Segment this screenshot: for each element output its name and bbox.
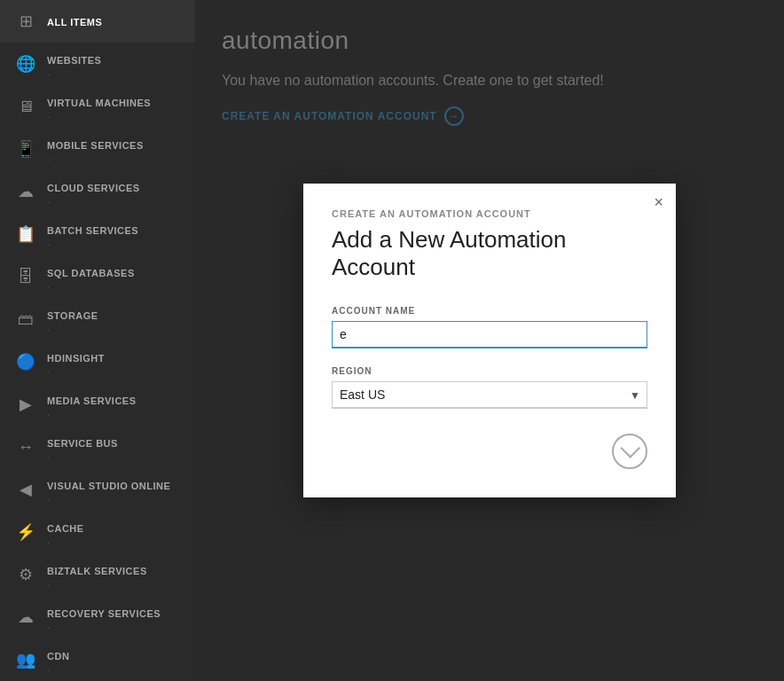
cdn-icon: 👥 — [13, 647, 38, 672]
recovery-services-icon: ☁ — [13, 605, 38, 630]
account-name-input[interactable] — [332, 321, 647, 348]
websites-icon: 🌐 — [13, 51, 38, 76]
sidebar-item-all-items[interactable]: ⊞ALL ITEMS — [0, 0, 195, 43]
hdinsight-icon: 🔵 — [13, 349, 38, 374]
region-select-wrapper: East USWest USNorth EuropeWest EuropeSou… — [332, 381, 647, 409]
sidebar-count-storage: . — [47, 323, 98, 333]
modal-footer — [332, 434, 647, 469]
region-select[interactable]: East USWest USNorth EuropeWest EuropeSou… — [332, 381, 647, 409]
sidebar-count-virtual-machines: . — [47, 110, 151, 120]
sidebar-label-cache: CACHE — [47, 523, 84, 534]
sidebar-item-mobile-services[interactable]: 📱MOBILE SERVICES. — [0, 128, 195, 170]
biztalk-services-icon: ⚙ — [13, 562, 38, 587]
sidebar-count-cdn: . — [47, 663, 69, 673]
sidebar-count-visual-studio-online: . — [47, 493, 170, 503]
all-items-icon: ⊞ — [13, 9, 38, 34]
sidebar-label-recovery-services: RECOVERY SERVICES — [47, 608, 161, 619]
sidebar-count-media-services: . — [47, 408, 137, 418]
sidebar-label-storage: STORAGE — [47, 310, 98, 321]
virtual-machines-icon: 🖥 — [13, 94, 38, 119]
sidebar-label-mobile-services: MOBILE SERVICES — [47, 140, 144, 151]
sidebar-label-service-bus: SERVICE BUS — [47, 438, 118, 449]
sidebar-item-media-services[interactable]: ▶MEDIA SERVICES. — [0, 383, 195, 426]
sidebar-count-cloud-services: . — [47, 195, 140, 205]
sidebar-count-recovery-services: . — [47, 621, 161, 630]
cloud-services-icon: ☁ — [13, 179, 38, 204]
region-label: REGION — [332, 366, 647, 376]
batch-services-icon: 📋 — [13, 222, 38, 247]
sidebar-label-websites: WEBSITES — [47, 55, 101, 66]
modal-title: Add a New Automation Account — [332, 226, 647, 281]
sidebar-item-recovery-services[interactable]: ☁RECOVERY SERVICES. — [0, 596, 195, 638]
mobile-services-icon: 📱 — [13, 137, 38, 161]
sidebar: ⊞ALL ITEMS🌐WEBSITES.🖥VIRTUAL MACHINES.📱M… — [0, 0, 195, 681]
sidebar-count-biztalk-services: . — [47, 578, 147, 588]
sidebar-item-batch-services[interactable]: 📋BATCH SERVICES. — [0, 213, 195, 255]
create-automation-modal: × CREATE AN AUTOMATION ACCOUNT Add a New… — [303, 184, 676, 497]
sidebar-label-cloud-services: CLOUD SERVICES — [47, 183, 140, 193]
region-group: REGION East USWest USNorth EuropeWest Eu… — [332, 366, 647, 409]
sidebar-item-visual-studio-online[interactable]: ◀VISUAL STUDIO ONLINE. — [0, 468, 195, 511]
sidebar-label-cdn: CDN — [47, 651, 69, 661]
media-services-icon: ▶ — [13, 392, 38, 417]
main-content: automation You have no automation accoun… — [195, 0, 784, 681]
sidebar-count-websites: . — [47, 67, 101, 77]
modal-overlay: × CREATE AN AUTOMATION ACCOUNT Add a New… — [195, 0, 784, 681]
checkmark-icon — [620, 438, 640, 458]
sql-databases-icon: 🗄 — [13, 264, 38, 289]
account-name-group: ACCOUNT NAME — [332, 306, 647, 348]
visual-studio-online-icon: ◀ — [13, 477, 38, 502]
service-bus-icon: ↔ — [13, 434, 38, 459]
sidebar-label-all-items: ALL ITEMS — [47, 17, 102, 27]
sidebar-label-hdinsight: HDINSIGHT — [47, 353, 105, 364]
sidebar-item-websites[interactable]: 🌐WEBSITES. — [0, 43, 195, 85]
sidebar-label-sql-databases: SQL DATABASES — [47, 268, 135, 278]
sidebar-count-hdinsight: . — [47, 365, 105, 375]
sidebar-count-mobile-services: . — [47, 153, 144, 162]
sidebar-item-virtual-machines[interactable]: 🖥VIRTUAL MACHINES. — [0, 85, 195, 128]
modal-close-button[interactable]: × — [654, 194, 663, 210]
submit-button[interactable] — [612, 434, 647, 469]
sidebar-label-biztalk-services: BIZTALK SERVICES — [47, 566, 147, 576]
sidebar-count-service-bus: . — [47, 450, 118, 460]
sidebar-count-batch-services: . — [47, 238, 138, 247]
storage-icon: 🗃 — [13, 307, 38, 332]
account-name-label: ACCOUNT NAME — [332, 306, 647, 316]
sidebar-label-visual-studio-online: VISUAL STUDIO ONLINE — [47, 481, 170, 491]
sidebar-item-cloud-services[interactable]: ☁CLOUD SERVICES. — [0, 170, 195, 213]
sidebar-count-sql-databases: . — [47, 280, 135, 290]
sidebar-item-storage[interactable]: 🗃STORAGE. — [0, 298, 195, 340]
modal-subtitle: CREATE AN AUTOMATION ACCOUNT — [332, 208, 647, 219]
sidebar-label-batch-services: BATCH SERVICES — [47, 225, 138, 236]
sidebar-label-virtual-machines: VIRTUAL MACHINES — [47, 98, 151, 108]
sidebar-item-cache[interactable]: ⚡CACHE. — [0, 511, 195, 553]
sidebar-count-cache: . — [47, 536, 84, 545]
sidebar-item-hdinsight[interactable]: 🔵HDINSIGHT. — [0, 340, 195, 383]
cache-icon: ⚡ — [13, 520, 38, 544]
sidebar-item-sql-databases[interactable]: 🗄SQL DATABASES. — [0, 255, 195, 298]
sidebar-item-biztalk-services[interactable]: ⚙BIZTALK SERVICES. — [0, 553, 195, 596]
sidebar-label-media-services: MEDIA SERVICES — [47, 395, 137, 406]
sidebar-item-cdn[interactable]: 👥CDN. — [0, 638, 195, 681]
sidebar-item-service-bus[interactable]: ↔SERVICE BUS. — [0, 426, 195, 468]
